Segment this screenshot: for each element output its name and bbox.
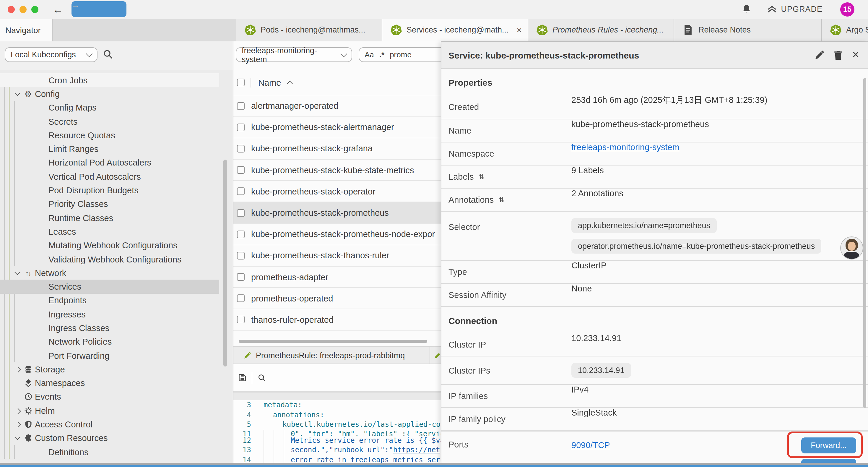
tree-expander-chevron-icon[interactable] — [14, 367, 23, 372]
tree-item[interactable]: Secrets — [0, 115, 219, 128]
user-avatar[interactable] — [840, 236, 863, 260]
kubeconfig-selector[interactable]: Local Kubeconfigs — [5, 47, 97, 62]
tree-item[interactable]: Ingresses — [0, 308, 219, 321]
line-number: 3 — [234, 401, 251, 409]
match-case-icon[interactable]: Aa — [365, 50, 374, 59]
tree-item[interactable]: Validating Webhook Configurations — [0, 253, 219, 266]
table-row[interactable]: thanos-ruler-operated — [234, 310, 441, 331]
back-arrow-icon[interactable]: ← — [53, 4, 63, 15]
zoom-window-button[interactable] — [31, 6, 38, 13]
editor-tab-partial[interactable] — [430, 347, 441, 363]
namespace-selector[interactable]: freeleaps-monitoring-system — [236, 47, 352, 62]
tree-item[interactable]: Services — [0, 280, 219, 294]
table-row[interactable]: kube-prometheus-stack-alertmanager — [234, 117, 441, 138]
tree-item[interactable]: Endpoints — [0, 294, 219, 308]
table-row[interactable]: kube-prometheus-stack-prometheus-node-ex… — [234, 224, 441, 245]
tree-item-label: Horizontal Pod Autoscalers — [49, 158, 151, 168]
tree-item[interactable]: Priority Classes — [0, 197, 219, 211]
cluster-tab[interactable]: Pods - icecheng@mathmas... — [236, 19, 382, 41]
tree-item[interactable]: Limit Ranges — [0, 142, 219, 156]
horizontal-scrollbar[interactable] — [239, 340, 427, 343]
tree-expander-chevron-icon[interactable] — [14, 91, 23, 97]
tree-item[interactable]: Access Control — [0, 418, 219, 432]
row-checkbox[interactable] — [237, 316, 245, 324]
edit-pencil-icon[interactable] — [814, 50, 825, 60]
minimize-window-button[interactable] — [20, 6, 27, 13]
port-link[interactable]: 9090/TCP — [571, 440, 610, 450]
name-column-header[interactable]: Name — [258, 78, 281, 87]
table-row[interactable]: kube-prometheus-stack-operator — [234, 181, 441, 202]
forward-arrow-icon[interactable]: → — [71, 1, 126, 18]
table-row[interactable]: kube-prometheus-stack-prometheus — [234, 202, 441, 224]
row-checkbox[interactable] — [237, 295, 245, 302]
row-checkbox[interactable] — [237, 273, 245, 281]
regex-icon[interactable]: .* — [379, 50, 384, 59]
tree-item[interactable]: Network Policies — [0, 335, 219, 349]
table-row[interactable]: kube-prometheus-stack-grafana — [234, 138, 441, 159]
cluster-tab[interactable]: Services - icecheng@math... × — [382, 19, 528, 41]
tree-item[interactable]: Custom Resources — [0, 431, 219, 445]
filter-search-input[interactable]: Aa .* prome — [359, 47, 441, 62]
forward-button[interactable]: Forward... — [801, 437, 856, 453]
cluster-tab[interactable]: Argo Se — [822, 19, 868, 41]
table-row[interactable]: prometheus-operated — [234, 288, 441, 309]
tree-item[interactable]: Horizontal Pod Autoscalers — [0, 156, 219, 170]
row-checkbox[interactable] — [237, 209, 245, 217]
sidebar-search-icon[interactable] — [103, 49, 114, 60]
cluster-tab[interactable]: Prometheus Rules - icecheng... — [528, 19, 674, 41]
yaml-editor[interactable]: 3 metadata: 4 annotations: 5 kubectl.ku — [234, 400, 441, 463]
tree-item[interactable]: Pod Disruption Budgets — [0, 183, 219, 198]
table-row[interactable]: kube-prometheus-stack-kube-state-metrics — [234, 159, 441, 181]
navigator-tab[interactable]: Navigator — [0, 19, 53, 41]
tree-item[interactable]: Resource Quotas — [0, 128, 219, 142]
row-checkbox[interactable] — [237, 188, 245, 195]
notifications-bell-icon[interactable] — [741, 4, 751, 14]
editor-tab[interactable]: PrometheusRule: freeleaps-prod-rabbitmq — [234, 347, 430, 363]
cluster-tab[interactable]: Release Notes — [674, 19, 822, 41]
notification-count-badge[interactable]: 15 — [840, 2, 855, 17]
panel-scrollbar[interactable] — [863, 78, 866, 408]
editor-search-icon[interactable] — [258, 373, 267, 382]
tree-item[interactable]: Leases — [0, 225, 219, 239]
value-chip: operator.prometheus.io/name=kube-prometh… — [571, 239, 821, 254]
table-row[interactable]: alertmanager-operated — [234, 95, 441, 117]
close-window-button[interactable] — [8, 6, 15, 13]
close-panel-icon[interactable]: × — [852, 49, 859, 60]
tree-expander-chevron-icon[interactable] — [14, 270, 23, 276]
tree-item[interactable]: Storage — [0, 362, 219, 376]
tree-item[interactable]: Definitions — [0, 445, 219, 459]
tree-expander-chevron-icon[interactable] — [14, 421, 23, 428]
tree-expander-chevron-icon[interactable] — [14, 408, 23, 414]
save-icon[interactable] — [238, 373, 247, 382]
tree-item[interactable]: Cron Jobs — [0, 73, 219, 87]
tree-item[interactable]: ↑↓ Network — [0, 266, 219, 280]
row-checkbox[interactable] — [237, 252, 245, 260]
tree-item[interactable]: Ingress Classes — [0, 321, 219, 335]
row-checkbox[interactable] — [237, 145, 245, 152]
tree-item[interactable]: Runtime Classes — [0, 211, 219, 225]
tree-item[interactable]: Port Forwarding — [0, 349, 219, 363]
sort-updown-icon[interactable]: ⇅ — [498, 196, 504, 204]
table-row[interactable]: kube-prometheus-stack-thanos-ruler — [234, 245, 441, 267]
tree-item[interactable]: Helm — [0, 404, 219, 418]
row-checkbox[interactable] — [237, 166, 245, 174]
tree-item[interactable]: ⚙ Config — [0, 87, 219, 101]
sidebar-scrollbar[interactable] — [223, 159, 226, 367]
tree-item[interactable]: Config Maps — [0, 101, 219, 115]
tree-item[interactable]: Namespaces — [0, 376, 219, 390]
select-all-checkbox[interactable] — [237, 79, 245, 87]
row-checkbox[interactable] — [237, 123, 245, 131]
tree-expander-chevron-icon[interactable] — [14, 435, 23, 441]
row-checkbox[interactable] — [237, 102, 245, 110]
table-row[interactable]: prometheus-adapter — [234, 267, 441, 288]
tree-item[interactable]: Vertical Pod Autoscalers — [0, 170, 219, 183]
tree-item[interactable]: Mutating Webhook Configurations — [0, 238, 219, 253]
tree-item-label: Config Maps — [49, 103, 97, 112]
upgrade-button[interactable]: UPGRADE — [767, 4, 823, 14]
sort-ascending-icon[interactable] — [286, 81, 292, 87]
delete-trash-icon[interactable] — [833, 50, 843, 60]
row-checkbox[interactable] — [237, 230, 245, 238]
tree-item[interactable]: Events — [0, 390, 219, 404]
sort-updown-icon[interactable]: ⇅ — [478, 173, 484, 181]
close-tab-icon[interactable]: × — [515, 25, 522, 35]
